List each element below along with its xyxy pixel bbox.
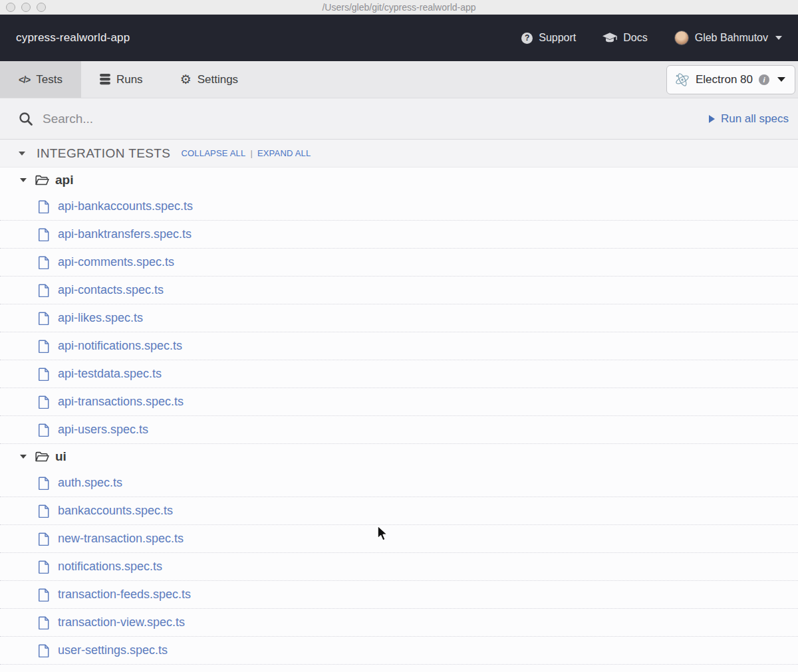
spec-item-row[interactable]: api-transactions.spec.ts (0, 388, 798, 416)
tab-tests[interactable]: </> Tests (0, 61, 81, 98)
support-label: Support (539, 32, 576, 44)
titlebar: /Users/gleb/git/cypress-realworld-app (0, 0, 798, 15)
search-toolbar: Run all specs (0, 98, 798, 140)
search-icon (19, 112, 33, 126)
file-icon (39, 228, 49, 241)
spec-item-row[interactable]: api-notifications.spec.ts (0, 332, 798, 360)
question-circle-icon: ? (521, 33, 533, 44)
tabbar: </> Tests Runs ⚙ Settings E (0, 61, 798, 98)
chevron-down-icon (777, 77, 785, 82)
chevron-down-icon[interactable] (19, 152, 25, 156)
spec-item-row[interactable]: api-comments.spec.ts (0, 249, 798, 277)
docs-label: Docs (623, 32, 647, 44)
spec-name: api-likes.spec.ts (58, 311, 143, 325)
header-links: COLLAPSE ALL | EXPAND ALL (181, 148, 311, 158)
file-icon (39, 395, 49, 409)
spec-name: api-transactions.spec.ts (58, 395, 184, 409)
spec-name: api-testdata.spec.ts (58, 367, 162, 381)
spec-name: user-settings.spec.ts (58, 643, 168, 657)
spec-name: api-users.spec.ts (58, 423, 148, 437)
spec-item-row[interactable]: api-users.spec.ts (0, 416, 798, 444)
file-icon (39, 423, 49, 437)
expand-all-link[interactable]: EXPAND ALL (257, 148, 311, 158)
spec-name: new-transaction.spec.ts (58, 532, 184, 546)
folder-name: api (55, 173, 73, 187)
file-icon (39, 368, 49, 381)
support-link[interactable]: ? Support (521, 32, 576, 44)
spec-item-row[interactable]: new-transaction.spec.ts (0, 525, 798, 553)
link-separator: | (250, 148, 252, 158)
spec-name: notifications.spec.ts (58, 560, 162, 574)
spec-item-row[interactable]: api-banktransfers.spec.ts (0, 221, 798, 249)
spec-name: bankaccounts.spec.ts (58, 504, 173, 518)
spec-list: api api-bankaccounts.spec.ts api-banktra… (0, 168, 798, 665)
file-icon (39, 644, 49, 657)
spec-item-row[interactable]: auth.spec.ts (0, 469, 798, 497)
play-icon (709, 115, 715, 123)
spec-folder-row[interactable]: api (0, 168, 798, 193)
spec-item-row[interactable]: api-contacts.spec.ts (0, 277, 798, 304)
chevron-down-icon (20, 455, 27, 459)
user-menu[interactable]: Gleb Bahmutov (674, 31, 782, 45)
file-icon (39, 284, 49, 297)
file-icon (39, 312, 49, 325)
file-icon (39, 532, 49, 546)
file-icon (39, 616, 49, 629)
file-icon (39, 340, 49, 353)
run-all-specs-label: Run all specs (721, 112, 789, 126)
spec-name: api-banktransfers.spec.ts (58, 227, 192, 241)
spec-name: api-notifications.spec.ts (58, 339, 182, 353)
database-icon (100, 74, 110, 85)
tab-settings-label: Settings (198, 73, 238, 86)
spec-name: transaction-view.spec.ts (58, 616, 185, 629)
info-icon[interactable]: i (759, 74, 769, 85)
chevron-down-icon (20, 178, 27, 182)
spec-item-row[interactable]: transaction-feeds.spec.ts (0, 581, 798, 609)
run-all-specs-button[interactable]: Run all specs (709, 112, 789, 126)
folder-name: ui (55, 449, 66, 464)
search-input[interactable] (43, 112, 508, 126)
folder-open-icon (35, 451, 49, 463)
user-name: Gleb Bahmutov (695, 32, 768, 44)
spec-name: api-comments.spec.ts (58, 255, 174, 269)
project-name: cypress-realworld-app (16, 31, 130, 45)
file-icon (39, 200, 49, 213)
navbar-right: ? Support Docs Gleb Bahmutov (521, 31, 782, 45)
spec-folder-row[interactable]: ui (0, 444, 798, 469)
spec-item-row[interactable]: transaction-view.spec.ts (0, 609, 798, 637)
file-icon (39, 256, 49, 269)
docs-link[interactable]: Docs (602, 32, 647, 44)
tab-runs[interactable]: Runs (81, 61, 162, 98)
spec-name: api-bankaccounts.spec.ts (58, 199, 193, 213)
browser-selector[interactable]: Electron 80 i (666, 65, 795, 94)
file-icon (39, 477, 49, 490)
tab-runs-label: Runs (116, 73, 143, 86)
file-icon (39, 560, 49, 574)
tab-settings[interactable]: ⚙ Settings (162, 61, 257, 98)
tab-tests-label: Tests (36, 73, 63, 86)
spec-item-row[interactable]: user-settings.spec.ts (0, 637, 798, 665)
section-title: INTEGRATION TESTS (37, 146, 170, 161)
code-icon: </> (19, 74, 30, 85)
spec-name: api-contacts.spec.ts (58, 283, 164, 297)
browser-label: Electron 80 (696, 73, 753, 86)
chevron-down-icon (775, 36, 782, 40)
spec-item-row[interactable]: api-likes.spec.ts (0, 304, 798, 332)
integration-tests-header: INTEGRATION TESTS COLLAPSE ALL | EXPAND … (0, 140, 798, 168)
spec-name: auth.spec.ts (58, 476, 122, 490)
app-window: /Users/gleb/git/cypress-realworld-app cy… (0, 0, 798, 672)
spec-item-row[interactable]: api-testdata.spec.ts (0, 360, 798, 388)
spec-item-row[interactable]: bankaccounts.spec.ts (0, 497, 798, 525)
window-title: /Users/gleb/git/cypress-realworld-app (0, 2, 798, 13)
electron-icon (675, 72, 690, 87)
spec-name: transaction-feeds.spec.ts (58, 588, 191, 602)
folder-open-icon (35, 175, 49, 186)
spec-item-row[interactable]: notifications.spec.ts (0, 553, 798, 581)
file-icon (39, 588, 49, 602)
navbar: cypress-realworld-app ? Support Docs Gle… (0, 15, 798, 61)
gear-icon: ⚙ (180, 73, 192, 86)
collapse-all-link[interactable]: COLLAPSE ALL (181, 148, 245, 158)
spec-item-row[interactable]: api-bankaccounts.spec.ts (0, 193, 798, 221)
avatar (674, 31, 689, 45)
graduation-cap-icon (602, 33, 617, 44)
